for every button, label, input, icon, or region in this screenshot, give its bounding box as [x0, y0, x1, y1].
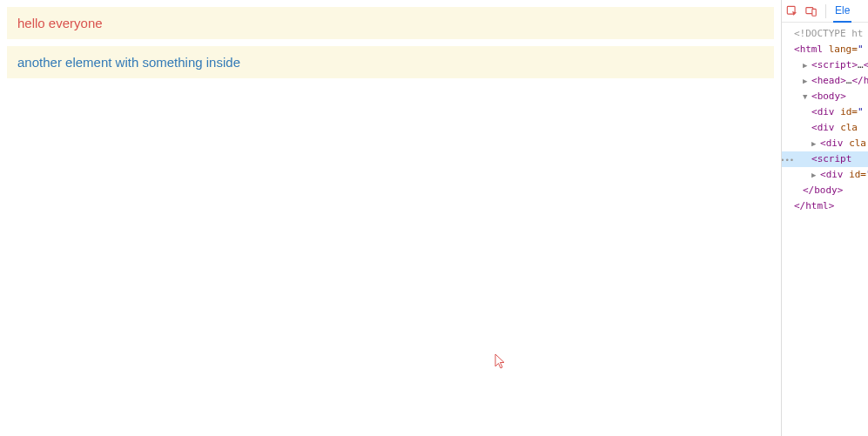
device-toolbar-icon[interactable] [804, 4, 818, 18]
dom-div4[interactable]: ▶<div id=" [782, 167, 868, 183]
dom-body-close[interactable]: </body> [782, 183, 868, 198]
dom-body-open[interactable]: ▼<body> [782, 89, 868, 104]
svg-rect-2 [812, 9, 816, 16]
dom-tree[interactable]: <!DOCTYPE ht <html lang=" ▶<script>…</ ▶… [782, 23, 868, 436]
tab-elements[interactable]: Ele [833, 0, 851, 23]
dom-script-selected[interactable]: ••• <script [782, 151, 868, 167]
dom-head-collapsed[interactable]: ▶<head>…</h [782, 73, 868, 89]
dom-script-collapsed[interactable]: ▶<script>…</ [782, 57, 868, 73]
devtools-panel: Ele <!DOCTYPE ht <html lang=" ▶<script>…… [781, 0, 868, 436]
page-content: hello everyone another element with some… [0, 0, 781, 436]
dom-div1[interactable]: <div id=" [782, 104, 868, 120]
devtools-toolbar: Ele [782, 0, 868, 23]
inspect-element-icon[interactable] [785, 4, 799, 18]
banner-another: another element with something inside [7, 46, 774, 78]
banner-hello: hello everyone [7, 7, 774, 39]
dom-div2[interactable]: <div cla [782, 120, 868, 136]
dom-html-open[interactable]: <html lang=" [782, 42, 868, 57]
dom-doctype[interactable]: <!DOCTYPE ht [782, 26, 868, 42]
toolbar-separator [825, 4, 826, 18]
dom-html-close[interactable]: </html> [782, 198, 868, 214]
dom-div3[interactable]: ▶<div cla [782, 136, 868, 151]
